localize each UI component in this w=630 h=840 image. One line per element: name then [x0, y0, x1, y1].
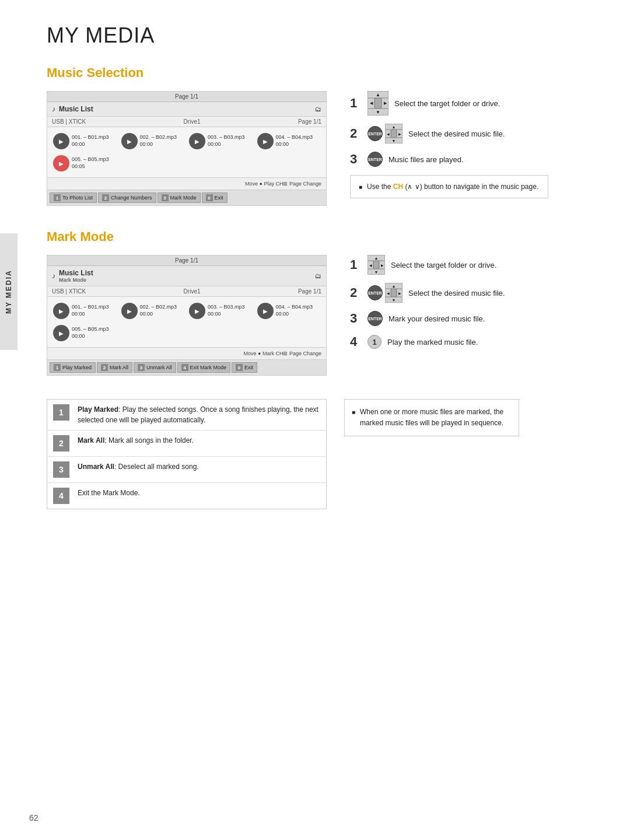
drive-label: Drive1 [184, 118, 201, 125]
dpad-cluster-m1: ▲ ◀ ▶ ▼ [368, 255, 385, 275]
panel-header: ♪ Music List 🗂 [47, 102, 326, 117]
footer-btn-0[interactable]: 0 Exit [202, 192, 228, 203]
footer-btn-exit-mark-0[interactable]: 0 Exit [232, 362, 257, 373]
arrow-left-m: ◀ [368, 261, 373, 269]
list-item[interactable]: ▶ 004. – B04.mp3 00:00 [257, 133, 321, 149]
source-label-mark: USB | XTICK [52, 288, 86, 295]
arrow-up-btn: ▲ [385, 124, 402, 130]
dpad-cluster-1: ▲ ◀ ▶ ▼ [368, 91, 388, 116]
key-desc-4: Exit the Mark Mode. [78, 488, 140, 498]
arrow-up-btn: ▲ [368, 91, 388, 98]
step-2-text: Select the desired music file. [408, 130, 505, 138]
music-grid: ▶ 001. – B01.mp3 00:00 ▶ 002. – B02.mp3 [47, 127, 326, 155]
list-item[interactable]: ▶ 003. – B03.mp3 00:00 [189, 133, 253, 149]
music-note-icon-mark: ♪ [52, 272, 55, 280]
step-1-number: 1 [350, 96, 362, 111]
folder-icon: 🗂 [315, 106, 321, 113]
mark-step-2-controls: ENTER ▲ ◀ ▶ ▼ [368, 283, 402, 303]
music-note-icon: ♪ [52, 105, 55, 113]
mark-mode-sublabel: Mark Mode [59, 277, 93, 283]
music-item-icon: ▶ [53, 303, 69, 319]
arrow-right-m: ▶ [379, 261, 385, 269]
mark-step-4-num: 4 [350, 334, 362, 349]
music-selection-content: Page 1/1 ♪ Music List 🗂 USB | XTICK Driv… [47, 91, 607, 206]
footer-btn-play-marked[interactable]: 1 Play Marked [50, 362, 96, 373]
mark-mode-panel: Page 1/1 ♪ Music List Mark Mode 🗂 USB | … [47, 255, 327, 376]
list-item[interactable]: ▶ 002. – B02.mp3 00:00 [121, 133, 185, 149]
music-item-info: 005. – B05.mp3 00:05 [72, 156, 109, 170]
mark-step-3-num: 3 [350, 311, 362, 326]
list-item[interactable]: ▶ 003. – B03.mp3 00:00 [189, 303, 253, 319]
mark-step-1-text: Select the target folder or drive. [391, 261, 496, 270]
footer-btn-2[interactable]: 2 Change Numbers [98, 192, 156, 203]
step-2-number: 2 [350, 126, 362, 141]
footer-btn-3[interactable]: 3 Mark Mode [158, 192, 201, 203]
mark-step-4-row: 4 1 Play the marked music file. [350, 334, 548, 349]
mark-step-2-num: 2 [350, 285, 362, 300]
panel-header-mark: ♪ Music List Mark Mode 🗂 [47, 266, 326, 286]
dpad-cluster-2: ▲ ◀ ▶ ▼ [385, 124, 402, 144]
music-selection-title: Music Selection [47, 65, 607, 80]
enter-btn-3: ENTER [368, 152, 383, 167]
panel-footer-mark: 1 Play Marked 2 Mark All 3 Unmark All 4 … [47, 359, 326, 375]
panel-header-left-mark: ♪ Music List Mark Mode [52, 269, 93, 283]
instructions-panel: 1 ▲ ◀ ▶ ▼ Select the target folder or dr… [350, 91, 548, 198]
music-item-icon: ▶ [53, 133, 69, 149]
music-item-info: 002. – B02.mp3 00:00 [140, 134, 177, 148]
dpad-center-m [373, 261, 379, 269]
key-table: 1 Play Marked: Play the selected songs. … [47, 399, 327, 509]
table-row: 2 Mark All: Mark all songs in the folder… [47, 430, 326, 457]
footer-btn-unmark-all[interactable]: 3 Unmark All [134, 362, 176, 373]
ch-highlight: CH [393, 183, 403, 191]
list-item[interactable]: ▶ 002. – B02.mp3 00:00 [121, 303, 185, 319]
key-num-3: 3 [53, 461, 69, 478]
key-num-4: 4 [53, 488, 69, 504]
sidebar-label: MY MEDIA [0, 233, 18, 350]
music-item-icon: ▶ [257, 133, 274, 149]
mark-step-3-text: Mark your desired music file. [388, 314, 485, 323]
drive-label-mark: Drive1 [184, 288, 201, 295]
key-desc-3: Unmark All: Deselect all marked song. [78, 461, 199, 472]
dpad-center [391, 130, 397, 138]
list-item[interactable]: ▶ 001. – B01.mp3 00:00 [53, 133, 117, 149]
arrow-down-btn: ▼ [368, 108, 388, 116]
list-item[interactable]: ▶ 005. – B05.mp3 00:00 [53, 325, 320, 341]
mark-mode-instructions: 1 ▲ ◀ ▶ ▼ Select the target folder or dr… [350, 255, 548, 358]
music-item-info: 001. – B01.mp3 00:00 [72, 304, 109, 317]
dpad-cluster-m2: ▲ ◀ ▶ ▼ [385, 283, 402, 303]
mark-step-1-num: 1 [350, 257, 362, 272]
arrow-up-m: ▲ [368, 255, 385, 261]
enter-btn-m3: ENTER [368, 311, 383, 326]
music-item-icon: ▶ [121, 133, 138, 149]
panel-top-bar: Page 1/1 [47, 92, 326, 102]
list-item[interactable]: ▶ 005. – B05.mp3 00:05 [53, 155, 320, 172]
panel-title: Music List [59, 105, 93, 113]
panel-top-bar-mark: Page 1/1 [47, 256, 326, 266]
list-item[interactable]: ▶ 001. – B01.mp3 00:00 [53, 303, 117, 319]
list-item[interactable]: ▶ 004. – B04.mp3 00:00 [257, 303, 321, 319]
mark-note-text: When one or more music files are marked,… [360, 407, 512, 429]
footer-btn-exit-mark[interactable]: 4 Exit Mark Mode [177, 362, 231, 373]
footer-btn-mark-all[interactable]: 2 Mark All [97, 362, 132, 373]
mark-music-grid-row2: ▶ 005. – B05.mp3 00:00 [47, 325, 326, 347]
mark-step-4-text: Play the marked music file. [387, 338, 478, 346]
mark-step-2-text: Select the desired music file. [408, 289, 505, 298]
panel-title-mark: Music List [59, 269, 93, 277]
key-num-1: 1 [53, 404, 69, 421]
step-2-row: 2 ENTER ▲ ◀ ▶ ▼ Select [350, 124, 548, 144]
arrow-left-btn: ◀ [385, 130, 391, 138]
key-num-2: 2 [53, 435, 69, 452]
footer-btn-1[interactable]: 1 To Photo List [50, 192, 97, 203]
music-item-icon: ▶ [53, 325, 69, 341]
step-1-row: 1 ▲ ◀ ▶ ▼ Select the target folder or dr… [350, 91, 548, 116]
mark-mode-content: Page 1/1 ♪ Music List Mark Mode 🗂 USB | … [47, 255, 607, 376]
num1-btn: 1 [368, 335, 382, 349]
mark-mode-section: Mark Mode Page 1/1 ♪ Music List Mark Mod… [47, 229, 607, 509]
folder-icon-mark: 🗂 [315, 272, 321, 279]
arrow-right-btn: ▶ [397, 130, 402, 138]
mark-music-grid: ▶ 001. – B01.mp3 00:00 ▶ 002. – B02.mp3 [47, 297, 326, 325]
music-item-info: 005. – B05.mp3 00:00 [72, 326, 109, 340]
music-item-info: 002. – B02.mp3 00:00 [140, 304, 177, 317]
music-item-icon: ▶ [189, 303, 205, 319]
step-2-controls: ENTER ▲ ◀ ▶ ▼ [368, 124, 402, 144]
